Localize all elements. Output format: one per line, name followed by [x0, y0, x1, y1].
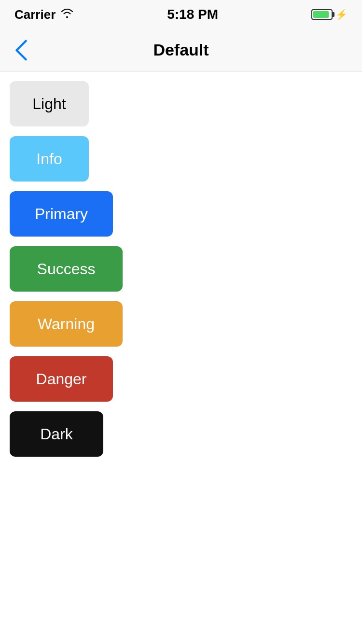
info-button[interactable]: Info: [10, 136, 89, 182]
battery-indicator: [311, 9, 333, 20]
status-right: ⚡: [311, 9, 348, 20]
primary-button[interactable]: Primary: [10, 191, 113, 237]
battery-body: [311, 9, 333, 20]
bolt-icon: ⚡: [335, 9, 348, 20]
success-button[interactable]: Success: [10, 246, 123, 292]
nav-bar: Default: [0, 29, 362, 71]
status-bar: Carrier 5:18 PM ⚡: [0, 0, 362, 29]
battery-fill: [313, 11, 329, 18]
danger-button[interactable]: Danger: [10, 356, 113, 402]
status-left: Carrier: [14, 7, 74, 22]
status-time: 5:18 PM: [167, 7, 218, 22]
warning-button[interactable]: Warning: [10, 301, 123, 347]
carrier-label: Carrier: [14, 7, 56, 22]
wifi-icon: [60, 8, 74, 21]
page-title: Default: [153, 41, 209, 59]
back-button[interactable]: [10, 35, 33, 66]
light-button[interactable]: Light: [10, 81, 89, 126]
dark-button[interactable]: Dark: [10, 411, 103, 457]
button-list: Light Info Primary Success Warning Dange…: [0, 71, 362, 466]
